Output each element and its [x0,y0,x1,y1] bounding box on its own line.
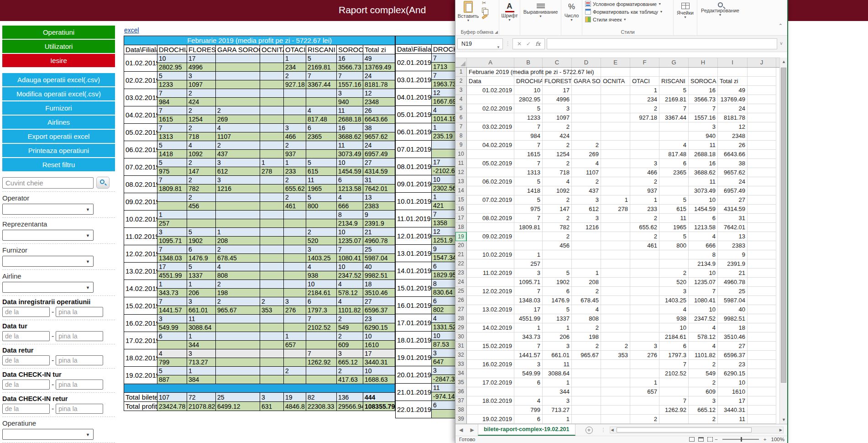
row-header-11[interactable]: 11 [455,159,467,168]
cell-E19[interactable] [601,232,630,241]
cell-H13[interactable]: 11 [689,177,718,186]
cell-B26[interactable]: 1348.03 [514,296,543,305]
cell-H28[interactable]: 2347.52 [689,314,718,323]
cell-G3[interactable]: 5 [659,86,689,95]
cell-C35[interactable]: 1 [543,378,572,387]
cell-B24[interactable]: 1095.71 [514,278,543,287]
add-sheet-icon[interactable]: + [586,427,593,434]
cell-A18[interactable] [467,223,514,232]
ribbon-collapse-icon[interactable]: ⌃ [779,23,783,29]
cell-D29[interactable]: 2 [572,323,601,332]
cell-J35[interactable] [748,378,776,387]
cell-E20[interactable] [601,241,630,250]
zoom-slider[interactable] [722,439,759,440]
cell-H3[interactable]: 16 [689,86,718,95]
cell-E25[interactable] [601,287,630,296]
cell-J21[interactable] [748,250,776,259]
cell-C37[interactable]: 3 [543,396,572,406]
cell-G32[interactable]: 1797.3 [659,351,689,360]
row-header-17[interactable]: 17 [455,214,467,223]
row-header-31[interactable]: 31 [455,342,467,351]
sidebar-button-operatiuni[interactable]: Operatiuni [2,26,115,39]
cell-J28[interactable] [748,314,776,323]
column-header-A[interactable]: A [467,58,514,67]
date-from-input-data-check-in-retur[interactable] [2,404,50,414]
cell-D20[interactable] [572,241,601,250]
sidebar-button-printeaza-operatiuni[interactable]: Printeaza operatiuni [2,144,115,157]
cell-I35[interactable]: 10 [718,378,748,387]
cell-J7[interactable] [748,122,776,132]
cell-G13[interactable] [659,177,689,186]
cell-B5[interactable]: 5 [514,104,543,113]
cell-F28[interactable] [630,314,659,323]
column-header-B[interactable]: B [514,58,543,67]
date-from-input-data-inregistrarii-operatiunii[interactable] [2,307,50,317]
cell-I30[interactable]: 3510.46 [718,332,748,342]
row-header-15[interactable]: 15 [455,195,467,205]
cell-A20[interactable] [467,241,514,250]
cell-G4[interactable]: 2169.81 [659,95,689,104]
cell-B15[interactable]: 5 [514,195,543,205]
column-header-I[interactable]: I [718,58,748,67]
cell-H39[interactable]: 2 [689,415,718,424]
cell-D17[interactable]: 3 [572,214,601,223]
cell-E5[interactable] [601,104,630,113]
cell-D16[interactable]: 612 [572,205,601,214]
cell-B20[interactable] [514,241,543,250]
cell-A14[interactable] [467,186,514,195]
cell-E4[interactable] [601,95,630,104]
cell-B11[interactable]: 7 [514,159,543,168]
cell-F30[interactable] [630,332,659,342]
sheet-nav-left-icon[interactable]: ◀ [459,427,463,433]
row-header-30[interactable]: 30 [455,332,467,342]
cell-F2[interactable]: OTACI [630,77,659,86]
cell-H14[interactable]: 3073.49 [689,186,718,195]
cell-I5[interactable]: 24 [718,104,748,113]
cell-G15[interactable]: 5 [659,195,689,205]
cell-E23[interactable] [601,269,630,278]
cell-G37[interactable]: 7 [659,396,689,406]
cell-F33[interactable] [630,360,659,369]
cell-H15[interactable]: 10 [689,195,718,205]
cell-D7[interactable] [572,122,601,132]
cell-C11[interactable]: 2 [543,159,572,168]
row-header-16[interactable]: 16 [455,205,467,214]
cell-G9[interactable]: 4 [659,141,689,150]
cell-F11[interactable]: 3 [630,159,659,168]
cell-D30[interactable]: 198 [572,332,601,342]
cell-F37[interactable] [630,396,659,406]
sidebar-button-iesire[interactable]: Iesire [2,54,115,67]
cell-G36[interactable] [659,387,689,396]
sheet-nav-right-icon[interactable]: ▶ [470,427,474,433]
scroll-up-icon[interactable]: ▲ [780,58,788,66]
cell-B22[interactable]: 257 [514,259,543,269]
cell-C29[interactable]: 1 [543,323,572,332]
cell-F16[interactable]: 233 [630,205,659,214]
cell-I14[interactable]: 6957.49 [718,186,748,195]
cell-G2[interactable]: RISCANI [659,77,689,86]
cell-A21[interactable]: 10.02.2019 [467,250,514,259]
page-layout-view-icon[interactable] [698,437,704,442]
horizontal-scroll-thumb[interactable] [617,427,752,432]
cell-A5[interactable]: 02.02.2019 [467,104,514,113]
cell-F13[interactable]: 2 [630,177,659,186]
cell-B14[interactable]: 1418 [514,186,543,195]
cell-E31[interactable]: 2 [601,342,630,351]
row-header-35[interactable]: 35 [455,378,467,387]
column-header-E[interactable]: E [601,58,630,67]
cell-H23[interactable]: 10 [689,269,718,278]
date-from-input-data-tur[interactable] [2,331,50,341]
cell-D36[interactable] [572,387,601,396]
cell-G12[interactable]: 2365 [659,168,689,177]
cell-D8[interactable] [572,132,601,141]
cell-A24[interactable] [467,278,514,287]
date-to-input-data-retur[interactable] [56,355,103,365]
cell-I38[interactable]: 3440.31 [718,406,748,415]
sidebar-button-utilizatori[interactable]: Utilizatori [2,40,115,53]
cell-C38[interactable]: 713.27 [543,406,572,415]
date-to-input-data-inregistrarii-operatiunii[interactable] [56,307,103,317]
cell-E34[interactable] [601,369,630,378]
cell-B17[interactable]: 7 [514,214,543,223]
cell-F39[interactable]: 2 [630,415,659,424]
cell-A15[interactable]: 07.02.2019 [467,195,514,205]
